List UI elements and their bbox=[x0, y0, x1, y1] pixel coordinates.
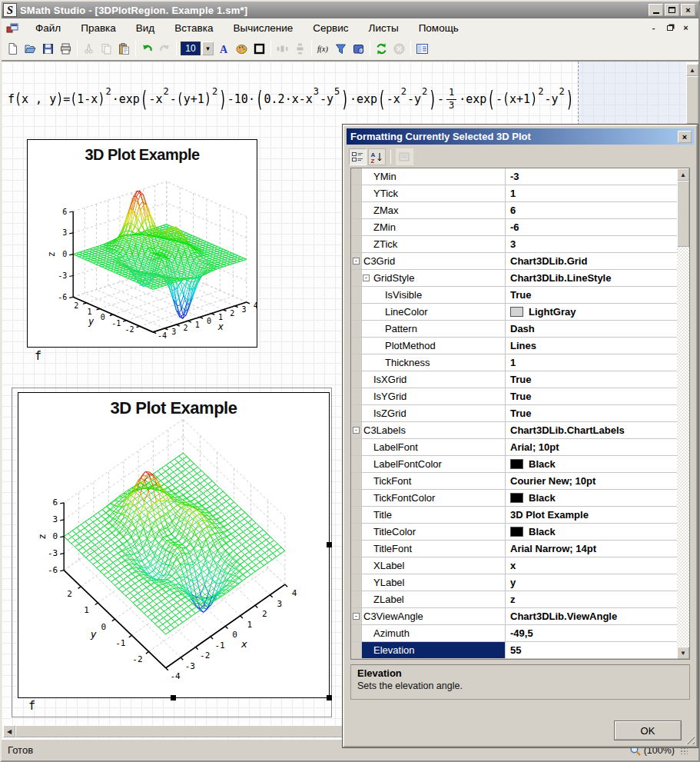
dialog-close-button[interactable]: × bbox=[678, 131, 692, 143]
property-value[interactable]: Courier New; 10pt bbox=[506, 473, 677, 489]
property-value[interactable]: 6 bbox=[506, 202, 677, 218]
side-panels-button[interactable] bbox=[413, 40, 431, 58]
function-button[interactable]: f(x) bbox=[314, 40, 332, 58]
property-value[interactable]: True bbox=[506, 405, 677, 421]
collapse-icon[interactable]: - bbox=[353, 258, 360, 265]
pg-scroll-thumb[interactable] bbox=[677, 181, 689, 247]
property-value[interactable]: Chart3DLib.ViewAngle bbox=[506, 608, 677, 624]
property-name[interactable]: IsXGrid bbox=[362, 371, 506, 388]
property-row-LabelFontColor[interactable]: LabelFontColorBlack bbox=[351, 456, 677, 473]
property-name[interactable]: C3ViewAngle bbox=[362, 608, 506, 624]
property-row-YMin[interactable]: YMin-3 bbox=[351, 168, 677, 185]
property-row-LineColor[interactable]: LineColorLightGray bbox=[351, 304, 677, 321]
maximize-button[interactable] bbox=[665, 4, 679, 16]
property-row-YTick[interactable]: YTick1 bbox=[351, 185, 677, 202]
font-size-dropdown-icon[interactable]: ▾ bbox=[202, 42, 214, 55]
property-value[interactable]: z bbox=[506, 591, 677, 607]
menu-item-4[interactable]: Вставка bbox=[164, 20, 223, 36]
property-value[interactable]: Chart3DLib.Grid bbox=[506, 253, 677, 269]
property-name[interactable]: Elevation bbox=[362, 642, 506, 658]
property-value[interactable]: y bbox=[506, 574, 677, 591]
property-name[interactable]: TickFontColor bbox=[362, 490, 506, 506]
property-value[interactable]: 1 bbox=[506, 185, 677, 201]
minimize-button[interactable] bbox=[649, 4, 663, 16]
filter-button[interactable] bbox=[332, 40, 350, 58]
property-name[interactable]: YLabel bbox=[362, 574, 506, 591]
property-value[interactable]: LightGray bbox=[506, 304, 677, 320]
menu-item-5[interactable]: Вычисление bbox=[223, 20, 303, 36]
categorized-button[interactable] bbox=[349, 148, 367, 165]
property-row-TickFontColor[interactable]: TickFontColorBlack bbox=[351, 490, 677, 507]
undo-button[interactable] bbox=[138, 40, 156, 58]
property-name[interactable]: PlotMethod bbox=[362, 338, 506, 354]
property-row-TickFont[interactable]: TickFontCourier New; 10pt bbox=[351, 473, 677, 490]
property-name[interactable]: TickFont bbox=[362, 473, 506, 489]
background-color-button[interactable] bbox=[233, 40, 250, 58]
mdi-restore-button[interactable] bbox=[663, 22, 676, 34]
print-button[interactable] bbox=[57, 40, 75, 58]
recalculate-button[interactable] bbox=[373, 40, 390, 58]
property-value[interactable]: 3 bbox=[506, 236, 677, 252]
new-button[interactable] bbox=[4, 40, 22, 58]
formula-region[interactable]: f(x , y)=(1-x)2·exp(-x2-(y+1)2)-10·(0.2·… bbox=[8, 81, 574, 118]
property-name[interactable]: Azimuth bbox=[362, 625, 506, 641]
resize-handle-bottom[interactable] bbox=[171, 695, 176, 700]
property-row-TitleColor[interactable]: TitleColorBlack bbox=[351, 524, 677, 541]
property-row-Title[interactable]: Title3D Plot Example bbox=[351, 507, 677, 524]
plot2-function-label[interactable]: f bbox=[28, 699, 35, 713]
property-value[interactable]: Arial Narrow; 14pt bbox=[506, 541, 677, 557]
scroll-up-button[interactable]: ▲ bbox=[686, 64, 698, 76]
property-name[interactable]: LabelFont bbox=[362, 439, 506, 455]
menu-item-7[interactable]: Листы bbox=[359, 20, 409, 36]
property-name[interactable]: ZMin bbox=[362, 219, 506, 235]
collapse-icon[interactable]: - bbox=[353, 613, 360, 620]
property-row-C3ViewAngle[interactable]: -C3ViewAngleChart3DLib.ViewAngle bbox=[351, 608, 677, 625]
property-value[interactable]: x bbox=[506, 557, 677, 574]
mdi-close-button[interactable]: × bbox=[679, 22, 692, 34]
property-row-IsXGrid[interactable]: IsXGridTrue bbox=[351, 371, 677, 388]
property-name[interactable]: TitleFont bbox=[362, 541, 506, 557]
property-value[interactable]: Lines bbox=[506, 338, 677, 354]
property-value[interactable]: 55 bbox=[506, 642, 677, 658]
font-size-combo[interactable]: 10▾ bbox=[181, 42, 214, 55]
property-value[interactable]: Dash bbox=[506, 321, 677, 337]
property-value[interactable]: 3D Plot Example bbox=[506, 507, 677, 523]
pg-scroll-up-button[interactable]: ▲ bbox=[677, 168, 689, 181]
dialog-title-bar[interactable]: Formatting Currently Selected 3D Plot × bbox=[347, 128, 694, 145]
property-value[interactable]: -6 bbox=[506, 219, 677, 235]
menu-item-6[interactable]: Сервис bbox=[303, 20, 358, 36]
property-value[interactable]: True bbox=[506, 371, 677, 388]
close-button[interactable]: × bbox=[681, 4, 695, 16]
property-row-ZMin[interactable]: ZMin-6 bbox=[351, 219, 677, 236]
property-value[interactable]: True bbox=[506, 388, 677, 404]
property-row-LabelFont[interactable]: LabelFontArial; 10pt bbox=[351, 439, 677, 456]
property-name[interactable]: -GridStyle bbox=[362, 270, 506, 286]
property-row-ZMax[interactable]: ZMax6 bbox=[351, 202, 677, 219]
property-row-GridStyle[interactable]: -GridStyleChart3DLib.LineStyle bbox=[351, 270, 677, 287]
property-row-PlotMethod[interactable]: PlotMethodLines bbox=[351, 338, 677, 354]
plot-region-1[interactable]: -432101234210-1-2630-3-6xyz 3D Plot Exam… bbox=[27, 139, 257, 348]
vscroll-thumb[interactable] bbox=[686, 76, 698, 124]
property-row-Thickness[interactable]: Thickness1 bbox=[351, 354, 677, 371]
property-value[interactable]: Black bbox=[506, 456, 677, 472]
property-name[interactable]: Title bbox=[362, 507, 506, 523]
property-name[interactable]: LineColor bbox=[362, 304, 506, 320]
reference-button[interactable]: ? bbox=[350, 40, 367, 58]
pg-scroll-down-button[interactable]: ▼ bbox=[677, 647, 689, 659]
property-value[interactable]: Chart3DLib.ChartLabels bbox=[506, 422, 677, 438]
menu-item-2[interactable]: Правка bbox=[71, 20, 126, 36]
title-bar[interactable]: S SMath Studio - [3DPlotRegion. Example … bbox=[2, 2, 698, 18]
property-row-TitleFont[interactable]: TitleFontArial Narrow; 14pt bbox=[351, 541, 677, 557]
collapse-icon[interactable]: - bbox=[353, 427, 360, 434]
property-row-YLabel[interactable]: YLabely bbox=[351, 574, 677, 591]
property-row-Pattern[interactable]: PatternDash bbox=[351, 321, 677, 338]
property-name[interactable]: YTick bbox=[362, 185, 506, 201]
property-row-C3Grid[interactable]: -C3GridChart3DLib.Grid bbox=[351, 253, 677, 270]
property-row-IsYGrid[interactable]: IsYGridTrue bbox=[351, 388, 677, 405]
property-row-C3Labels[interactable]: -C3LabelsChart3DLib.ChartLabels bbox=[351, 422, 677, 439]
property-name[interactable]: ZTick bbox=[362, 236, 506, 252]
property-row-ZLabel[interactable]: ZLabelz bbox=[351, 591, 677, 608]
property-row-XLabel[interactable]: XLabelx bbox=[351, 557, 677, 574]
alphabetical-button[interactable]: AZ bbox=[368, 148, 386, 165]
save-button[interactable] bbox=[39, 40, 57, 58]
